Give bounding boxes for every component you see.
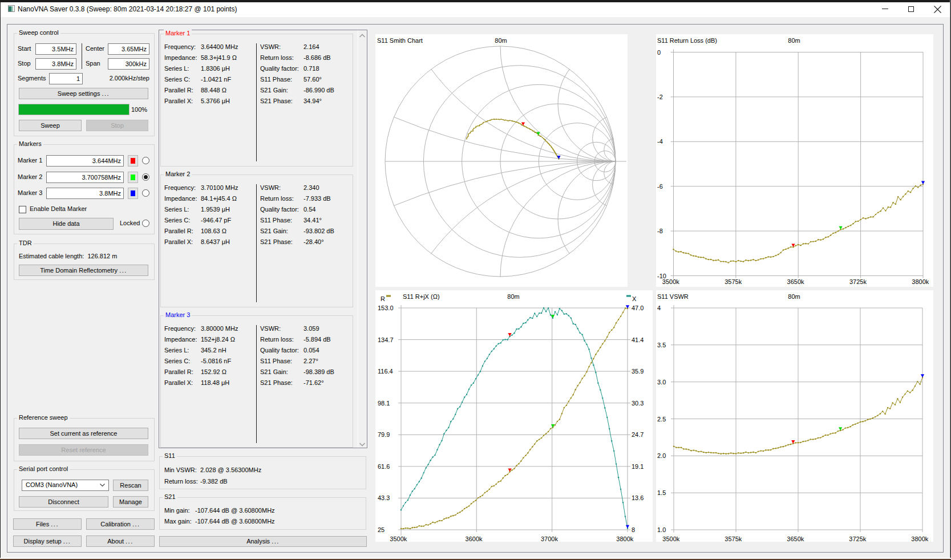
svg-text:3600k: 3600k — [466, 535, 483, 542]
svg-text:25: 25 — [378, 526, 385, 533]
svg-text:3800k: 3800k — [912, 278, 929, 285]
svg-text:3500k: 3500k — [662, 278, 679, 285]
svg-text:41.4: 41.4 — [632, 336, 644, 343]
svg-text:3650k: 3650k — [787, 278, 804, 285]
svg-text:X: X — [632, 295, 637, 302]
svg-text:3.0: 3.0 — [657, 379, 666, 385]
svg-text:80m: 80m — [788, 37, 800, 44]
svg-text:24.7: 24.7 — [632, 431, 644, 438]
svg-text:30.3: 30.3 — [632, 400, 644, 407]
svg-text:3725k: 3725k — [849, 278, 867, 285]
svg-text:1.5: 1.5 — [657, 489, 666, 496]
svg-text:3500k: 3500k — [662, 535, 679, 542]
svg-text:153.0: 153.0 — [378, 305, 394, 311]
svg-text:3575k: 3575k — [725, 535, 742, 542]
svg-text:3800k: 3800k — [911, 535, 928, 542]
svg-text:80m: 80m — [507, 293, 519, 300]
svg-text:35.9: 35.9 — [632, 368, 644, 375]
svg-text:13.6: 13.6 — [632, 494, 644, 501]
svg-text:116.4: 116.4 — [378, 368, 393, 375]
svg-text:19.1: 19.1 — [632, 463, 644, 470]
svg-text:98.1: 98.1 — [378, 400, 390, 407]
svg-text:S11 VSWR: S11 VSWR — [657, 293, 689, 300]
svg-text:3650k: 3650k — [787, 535, 804, 542]
svg-text:80m: 80m — [788, 293, 800, 300]
svg-text:3700k: 3700k — [541, 535, 558, 542]
svg-text:S11 Smith Chart: S11 Smith Chart — [377, 37, 423, 44]
svg-text:3.5: 3.5 — [657, 342, 666, 348]
svg-text:-2: -2 — [657, 94, 663, 100]
svg-text:3725k: 3725k — [849, 535, 866, 542]
svg-text:3500k: 3500k — [390, 535, 407, 542]
svg-text:8: 8 — [632, 526, 635, 533]
svg-text:47.0: 47.0 — [632, 305, 644, 311]
svg-text:79.9: 79.9 — [378, 431, 390, 438]
svg-text:2.0: 2.0 — [657, 452, 666, 459]
svg-text:80m: 80m — [495, 37, 507, 44]
svg-text:S11 R+jX (Ω): S11 R+jX (Ω) — [403, 293, 440, 300]
svg-text:0: 0 — [657, 49, 661, 56]
svg-text:-8: -8 — [657, 228, 663, 234]
svg-text:1.0: 1.0 — [657, 526, 666, 533]
svg-text:134.7: 134.7 — [378, 336, 394, 343]
svg-text:4: 4 — [657, 305, 661, 311]
svg-text:3575k: 3575k — [725, 278, 742, 285]
svg-text:2.5: 2.5 — [657, 416, 666, 423]
svg-text:61.6: 61.6 — [378, 463, 390, 470]
svg-text:3800k: 3800k — [616, 535, 633, 542]
svg-text:R: R — [381, 295, 385, 302]
svg-text:S11 Return Loss (dB): S11 Return Loss (dB) — [657, 37, 717, 44]
svg-text:43.3: 43.3 — [378, 494, 390, 501]
svg-text:-6: -6 — [657, 183, 663, 190]
svg-text:-4: -4 — [657, 138, 663, 145]
